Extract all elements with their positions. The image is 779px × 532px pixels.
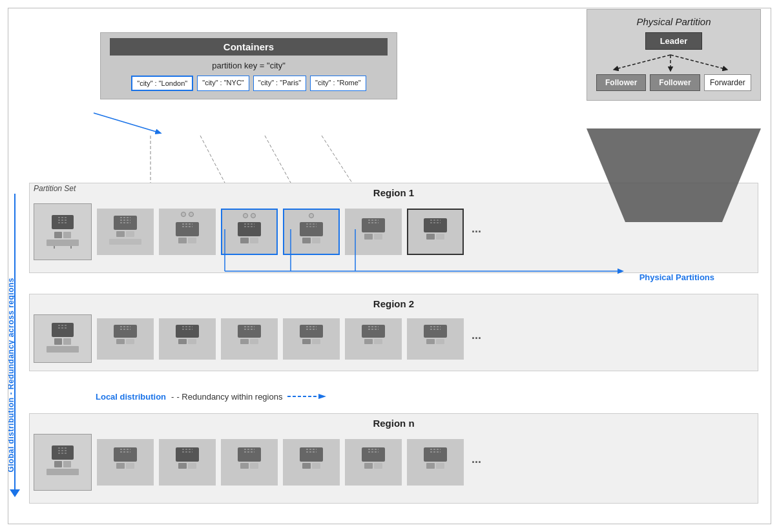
r2-mini-server-1 <box>103 321 148 357</box>
region-n-box: Region n <box>29 413 758 504</box>
region1-partition-4 <box>283 209 340 255</box>
svg-line-4 <box>94 113 158 132</box>
region1-partition-set-cell <box>34 203 92 260</box>
forwarder-box: Forwarder <box>704 74 751 91</box>
svg-rect-117 <box>312 463 320 469</box>
region2-more-dots: ··· <box>472 332 481 345</box>
svg-rect-89 <box>426 339 435 344</box>
local-dist-arrow <box>287 391 326 402</box>
rn-mini-server-1 <box>103 444 148 481</box>
svg-rect-112 <box>250 463 258 469</box>
region-1-box: Region 1 <box>29 183 758 273</box>
local-dist-label: Local distribution <box>96 392 166 402</box>
svg-rect-106 <box>178 463 187 469</box>
svg-rect-70 <box>188 339 196 344</box>
region1-partition-5 <box>345 209 402 255</box>
svg-line-8 <box>322 136 352 183</box>
global-dist-label: Global distribution - Redundancy across … <box>6 278 16 473</box>
svg-rect-16 <box>63 232 71 238</box>
svg-rect-58 <box>54 338 62 345</box>
r2-mini-server-3 <box>227 321 272 357</box>
svg-rect-96 <box>47 469 79 475</box>
svg-rect-52 <box>436 234 444 240</box>
region2-partition-5 <box>345 318 402 360</box>
svg-rect-64 <box>116 339 125 344</box>
r2-mini-server-6 <box>413 321 458 357</box>
region2-title: Region 2 <box>30 294 758 309</box>
regionn-partition-3 <box>221 439 278 486</box>
svg-rect-32 <box>188 238 196 243</box>
mini-server-4 <box>289 213 334 251</box>
svg-rect-127 <box>436 463 444 469</box>
svg-rect-74 <box>240 339 249 344</box>
svg-rect-95 <box>63 461 71 467</box>
key-rome: "city" : "Rome" <box>310 76 366 91</box>
rn-mini-server-6 <box>413 444 458 481</box>
key-london: "city" : "London" <box>131 76 193 91</box>
regionn-partition-5 <box>345 439 402 486</box>
svg-rect-75 <box>250 339 258 344</box>
local-dist-desc: - <box>171 392 174 402</box>
region1-server-icon <box>40 212 85 251</box>
local-dist-row: Local distribution - - Redundancy within… <box>96 391 326 402</box>
regionn-server-icon <box>40 443 85 482</box>
regionn-partition-1 <box>97 439 154 486</box>
svg-rect-102 <box>126 463 134 469</box>
regionn-title: Region n <box>30 414 758 429</box>
svg-rect-69 <box>178 339 187 344</box>
svg-rect-93 <box>52 445 74 460</box>
mini-server-1 <box>103 213 148 251</box>
region2-partition-3 <box>221 318 278 360</box>
svg-rect-51 <box>426 234 435 240</box>
svg-rect-85 <box>374 339 382 344</box>
regionn-partition-4 <box>283 439 340 486</box>
region1-partition-1 <box>97 209 154 255</box>
svg-rect-122 <box>374 463 382 469</box>
region2-partition-4 <box>283 318 340 360</box>
svg-rect-14 <box>52 215 74 229</box>
physical-partition-box: Physical Partition Leader Follower Follo… <box>587 9 761 101</box>
svg-rect-121 <box>364 463 373 469</box>
svg-rect-26 <box>109 239 141 245</box>
r2-mini-server-4 <box>289 321 334 357</box>
svg-rect-15 <box>54 232 62 238</box>
svg-rect-126 <box>426 463 435 469</box>
region1-partition-3 <box>221 209 278 255</box>
svg-rect-41 <box>302 238 311 243</box>
region2-partitions-row: ··· <box>97 318 751 360</box>
mini-server-6 <box>413 213 458 251</box>
r2-mini-server-5 <box>351 321 396 357</box>
svg-marker-56 <box>318 394 326 399</box>
svg-rect-57 <box>52 323 74 337</box>
svg-rect-116 <box>302 463 311 469</box>
key-nyc: "city" : "NYC" <box>197 76 249 91</box>
containers-title: Containers <box>110 38 388 56</box>
leader-arrows-svg <box>596 54 745 72</box>
r2-mini-server-2 <box>165 321 210 357</box>
svg-rect-65 <box>126 339 134 344</box>
region1-partition-2 <box>159 209 216 255</box>
mini-server-3 <box>227 213 272 251</box>
containers-box: Containers partition key = "city" "city"… <box>100 32 397 99</box>
regionn-partitions-row: ··· <box>97 439 751 486</box>
svg-line-0 <box>616 55 670 69</box>
region2-partition-1 <box>97 318 154 360</box>
svg-rect-47 <box>374 234 382 240</box>
region1-more-dots: ··· <box>472 225 481 239</box>
partition-key-label: partition key = "city" <box>110 61 388 70</box>
svg-rect-79 <box>302 339 311 344</box>
regionn-partition-2 <box>159 439 216 486</box>
global-dist-arrow-head <box>10 489 20 497</box>
regionn-more-dots: ··· <box>472 456 481 469</box>
svg-rect-36 <box>240 238 249 243</box>
regionn-partition-set-cell <box>34 434 92 491</box>
svg-rect-107 <box>188 463 196 469</box>
main-container: Physical Partition Leader Follower Follo… <box>0 0 779 532</box>
region-2-box: Region 2 <box>29 294 758 371</box>
region2-partition-6 <box>407 318 464 360</box>
region2-content: ··· <box>30 312 758 367</box>
svg-rect-42 <box>312 238 320 243</box>
local-dist-desc2: - Redundancy within regions <box>176 392 282 402</box>
svg-rect-31 <box>178 238 187 243</box>
mini-server-5 <box>351 213 396 251</box>
